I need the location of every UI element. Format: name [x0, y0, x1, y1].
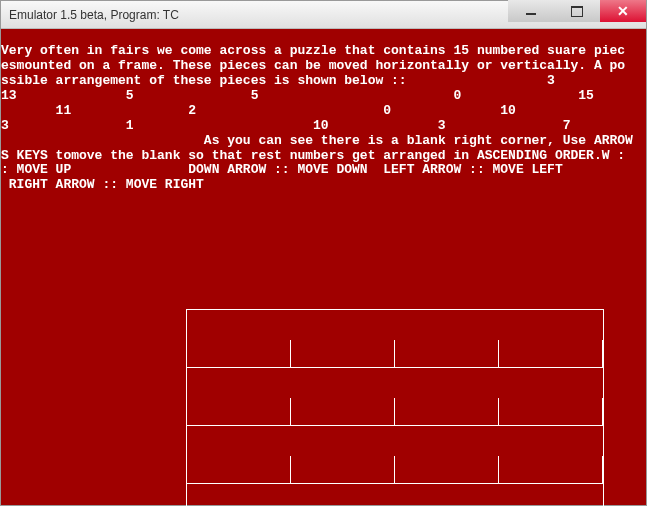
- window-title: Emulator 1.5 beta, Program: TC: [9, 8, 179, 22]
- grid-row: [187, 456, 603, 484]
- maximize-button[interactable]: [554, 0, 600, 22]
- grid-row: [187, 340, 603, 368]
- text-line: : MOVE UP DOWN ARROW :: MOVE DOWN LEFT A…: [1, 162, 563, 177]
- grid-cell[interactable]: [187, 340, 291, 368]
- grid-cell[interactable]: [395, 340, 499, 368]
- text-line: S KEYS tomove the blank so that rest num…: [1, 148, 625, 163]
- text-line: 13 5 5 0 15: [1, 88, 594, 103]
- grid-cell[interactable]: [499, 340, 603, 368]
- grid-cell[interactable]: [395, 398, 499, 426]
- grid-cell[interactable]: [187, 398, 291, 426]
- grid-cell[interactable]: [291, 456, 395, 484]
- text-line: 11 2 0 10: [1, 103, 516, 118]
- window-controls: [508, 1, 646, 28]
- close-button[interactable]: [600, 0, 646, 22]
- grid-row: [187, 398, 603, 426]
- grid-cell[interactable]: [291, 398, 395, 426]
- console-text: Very often in fairs we come across a puz…: [1, 44, 646, 193]
- app-window: Emulator 1.5 beta, Program: TC Very ofte…: [0, 0, 647, 506]
- text-line: ssible arrangement of these pieces is sh…: [1, 73, 555, 88]
- text-line: As you can see there is a blank right co…: [1, 133, 633, 148]
- grid-cell[interactable]: [291, 340, 395, 368]
- text-line: 3 1 10 3 7: [1, 118, 571, 133]
- puzzle-grid: [186, 309, 604, 506]
- console-content: Very often in fairs we come across a puz…: [1, 29, 646, 505]
- text-line: Very often in fairs we come across a puz…: [1, 43, 625, 58]
- grid-cell[interactable]: [187, 456, 291, 484]
- grid-cell[interactable]: [499, 398, 603, 426]
- text-line: RIGHT ARROW :: MOVE RIGHT: [1, 177, 204, 192]
- titlebar: Emulator 1.5 beta, Program: TC: [1, 1, 646, 29]
- text-line: esmounted on a frame. These pieces can b…: [1, 58, 625, 73]
- minimize-button[interactable]: [508, 0, 554, 22]
- grid-cell[interactable]: [395, 456, 499, 484]
- grid-cell[interactable]: [499, 456, 603, 484]
